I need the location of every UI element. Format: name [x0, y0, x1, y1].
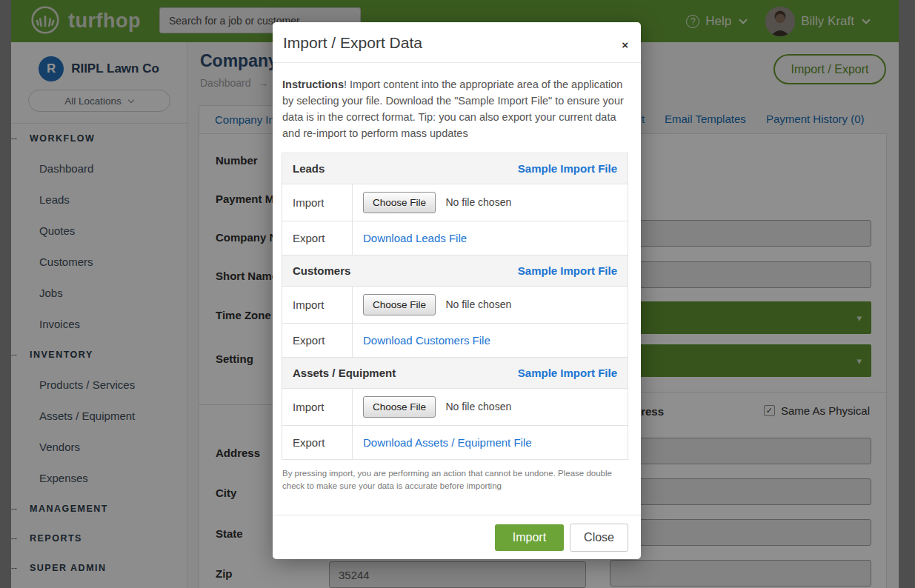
modal-title: Import / Export Data [283, 34, 629, 52]
import-table-leads: Leads Sample Import File Import Choose F… [282, 153, 628, 255]
export-row-label: Export [282, 221, 353, 255]
sample-import-file-link[interactable]: Sample Import File [518, 264, 617, 277]
import-table-assets: Assets / Equipment Sample Import File Im… [282, 357, 628, 460]
choose-file-button[interactable]: Choose File [363, 192, 436, 213]
modal-body: Instructions! Import content into the ap… [273, 63, 641, 492]
modal-close-button[interactable]: Close [570, 524, 628, 552]
screen: turfhop ? Help [0, 0, 915, 588]
sample-import-file-link[interactable]: Sample Import File [518, 162, 617, 175]
instructions-lead: Instructions [282, 78, 344, 90]
section-name: Leads [293, 162, 325, 175]
modal-instructions: Instructions! Import content into the ap… [282, 76, 628, 141]
choose-file-button[interactable]: Choose File [363, 294, 436, 315]
modal-import-button[interactable]: Import [495, 524, 564, 551]
choose-file-button[interactable]: Choose File [363, 396, 436, 418]
export-row-label: Export [282, 324, 353, 358]
export-row-label: Export [282, 426, 353, 460]
import-row-label: Import [282, 389, 353, 426]
no-file-chosen-text: No file chosen [446, 196, 512, 208]
download-assets-link[interactable]: Download Assets / Equipment File [363, 433, 532, 452]
download-customers-link[interactable]: Download Customers File [363, 331, 490, 350]
import-table-customers: Customers Sample Import File Import Choo… [282, 255, 628, 358]
no-file-chosen-text: No file chosen [446, 401, 512, 412]
download-leads-link[interactable]: Download Leads File [363, 229, 467, 247]
sample-import-file-link[interactable]: Sample Import File [518, 367, 617, 379]
import-export-modal: Import / Export Data × Instructions! Imp… [273, 22, 641, 559]
modal-header: Import / Export Data × [273, 22, 641, 63]
modal-footer: Import Close [273, 515, 641, 559]
no-file-chosen-text: No file chosen [446, 298, 512, 310]
section-name: Assets / Equipment [293, 367, 396, 379]
import-row-label: Import [282, 287, 353, 324]
section-name: Customers [293, 264, 350, 277]
import-warning-text: By pressing import, you are performing a… [282, 467, 628, 492]
import-row-label: Import [282, 184, 353, 221]
close-icon[interactable]: × [622, 39, 628, 50]
